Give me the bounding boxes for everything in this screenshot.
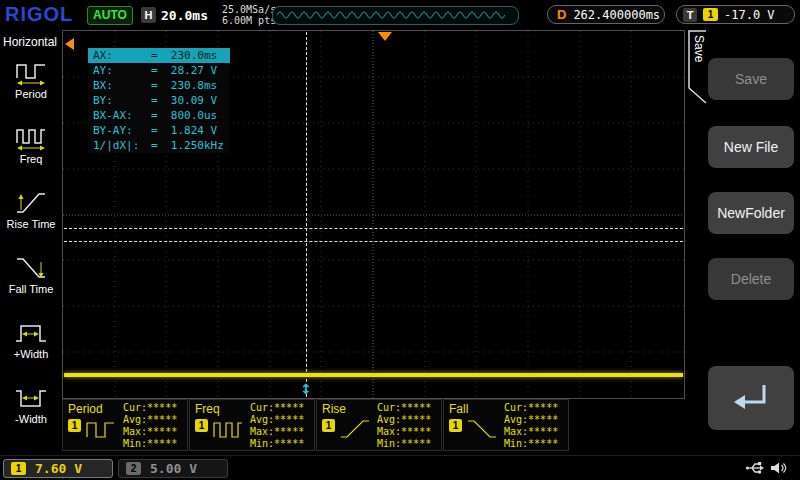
cursor-name: BY: — [93, 93, 151, 108]
meas-max: Max:***** — [504, 426, 558, 438]
meas-min: Min:***** — [123, 438, 177, 450]
save-menu-panel: Save Save New File NewFolder Delete — [686, 30, 800, 455]
measure-item-label: Fall Time — [9, 283, 54, 295]
horizontal-badge: H — [141, 7, 156, 23]
meas-avg: Avg:***** — [250, 414, 304, 426]
meas-avg: Avg:***** — [377, 414, 431, 426]
trigger-level-value: -17.0 V — [724, 8, 775, 22]
freq-icon — [14, 124, 48, 152]
channel-status-bar: 1 7.60 V 2 5.00 V — [0, 455, 800, 480]
measure-item-label: Freq — [20, 153, 43, 165]
cursor-row-by: BY: = 30.09 V — [88, 93, 230, 108]
fall-time-icon — [14, 254, 48, 282]
delay-label: D — [557, 7, 566, 22]
waveform-display-area: ↕ AX: = 230.0ms AY: = 28.27 V BX: = 230.… — [62, 30, 685, 399]
cursor-row-invdx: 1/|dX|: = 1.250kHz — [88, 138, 230, 153]
meas-max: Max:***** — [250, 426, 304, 438]
channel1-trace — [64, 373, 683, 377]
delay-value: 262.400000ms — [573, 8, 660, 22]
channel1-status[interactable]: 1 7.60 V — [3, 459, 113, 478]
preview-waveform-icon — [273, 7, 516, 22]
delete-button[interactable]: Delete — [708, 258, 794, 300]
cursor-value: = 230.0ms — [151, 48, 217, 63]
trigger-offscreen-marker-icon — [65, 38, 74, 50]
back-button[interactable] — [708, 366, 794, 430]
cursor-row-bxax: BX-AX: = 800.0us — [88, 108, 230, 123]
channel2-scale: 5.00 V — [150, 461, 197, 476]
rigol-logo: RIGOL — [5, 3, 73, 26]
cursor-value: = 28.27 V — [151, 63, 217, 78]
measurement-box-freq: Freq 1 Cur:***** Avg:***** Max:***** Min… — [189, 399, 315, 451]
trigger-label: T — [683, 8, 697, 22]
measure-item-minus-width[interactable]: -Width — [0, 378, 62, 443]
meas-min: Min:***** — [250, 438, 304, 450]
cursor-measurement-panel: AX: = 230.0ms AY: = 28.27 V BX: = 230.8m… — [88, 48, 230, 153]
menu-tab-label: Save — [692, 35, 706, 62]
new-folder-button[interactable]: NewFolder — [708, 192, 794, 234]
save-button[interactable]: Save — [708, 58, 794, 100]
cursor-line-ay[interactable] — [64, 228, 683, 229]
measurement-label: Freq — [195, 402, 220, 416]
measure-item-label: Rise Time — [7, 218, 56, 230]
oscilloscope-screen: RIGOL AUTO H 20.0ms 25.0MSa/s 6.00M pts … — [0, 0, 800, 480]
channel1-badge: 1 — [449, 419, 462, 432]
trigger-readout: T 1 -17.0 V — [676, 5, 795, 24]
freq-waveform-icon — [212, 417, 244, 441]
measure-item-label: +Width — [14, 348, 49, 360]
meas-cur: Cur:***** — [250, 402, 304, 414]
measure-item-plus-width[interactable]: +Width — [0, 313, 62, 378]
channel1-badge: 1 — [322, 419, 335, 432]
delay-readout: D 262.400000ms — [547, 5, 665, 24]
cursor-line-ax-bx[interactable] — [306, 32, 307, 397]
period-icon — [14, 59, 48, 87]
meas-min: Min:***** — [504, 438, 558, 450]
cursor-name: AY: — [93, 63, 151, 78]
cursor-value: = 1.824 V — [151, 123, 217, 138]
usb-icon — [745, 460, 765, 476]
measure-item-freq[interactable]: Freq — [0, 118, 62, 183]
measurement-box-period: Period 1 Cur:***** Avg:***** Max:***** M… — [62, 399, 188, 451]
minus-width-icon — [14, 384, 48, 412]
new-file-button[interactable]: New File — [708, 126, 794, 168]
cursor-value: = 30.09 V — [151, 93, 217, 108]
measurement-results-strip: Period 1 Cur:***** Avg:***** Max:***** M… — [62, 399, 570, 452]
cursor-handle-icon[interactable]: ↕ — [300, 381, 312, 397]
measurement-box-rise: Rise 1 Cur:***** Avg:***** Max:***** Min… — [316, 399, 442, 451]
period-waveform-icon — [85, 417, 117, 441]
measure-item-fall-time[interactable]: Fall Time — [0, 248, 62, 313]
channel2-status[interactable]: 2 5.00 V — [118, 459, 228, 478]
sample-rate-block: 25.0MSa/s 6.00M pts — [222, 4, 276, 26]
cursor-value: = 1.250kHz — [151, 138, 224, 153]
memory-depth: 6.00M pts — [222, 15, 276, 26]
meas-cur: Cur:***** — [504, 402, 558, 414]
measurement-values: Cur:***** Avg:***** Max:***** Min:***** — [250, 402, 304, 450]
menu-tab: Save — [688, 30, 708, 104]
channel2-icon: 2 — [126, 462, 141, 475]
measure-item-period[interactable]: Period — [0, 53, 62, 118]
measurement-label: Fall — [449, 402, 468, 416]
meas-max: Max:***** — [123, 426, 177, 438]
meas-cur: Cur:***** — [377, 402, 431, 414]
channel1-scale: 7.60 V — [35, 461, 82, 476]
cursor-row-byay: BY-AY: = 1.824 V — [88, 123, 230, 138]
left-panel-title: Horizontal — [0, 30, 62, 53]
trigger-position-marker-icon[interactable] — [378, 32, 392, 41]
run-status-badge[interactable]: AUTO — [87, 6, 133, 25]
cursor-name: BX: — [93, 78, 151, 93]
cursor-name: BX-AX: — [93, 108, 151, 123]
cursor-row-ay: AY: = 28.27 V — [88, 63, 230, 78]
waveform-memory-preview[interactable] — [272, 6, 519, 25]
measure-item-rise-time[interactable]: Rise Time — [0, 183, 62, 248]
trigger-channel-icon: 1 — [703, 8, 718, 21]
measurement-values: Cur:***** Avg:***** Max:***** Min:***** — [377, 402, 431, 450]
meas-min: Min:***** — [377, 438, 431, 450]
cursor-value: = 800.0us — [151, 108, 217, 123]
channel1-icon: 1 — [11, 462, 26, 475]
sample-rate: 25.0MSa/s — [222, 4, 276, 15]
meas-cur: Cur:***** — [123, 402, 177, 414]
return-arrow-icon — [730, 381, 772, 415]
channel1-badge: 1 — [68, 419, 81, 432]
cursor-line-by[interactable] — [64, 241, 683, 242]
measure-item-label: -Width — [15, 413, 47, 425]
cursor-row-bx: BX: = 230.8ms — [88, 78, 230, 93]
